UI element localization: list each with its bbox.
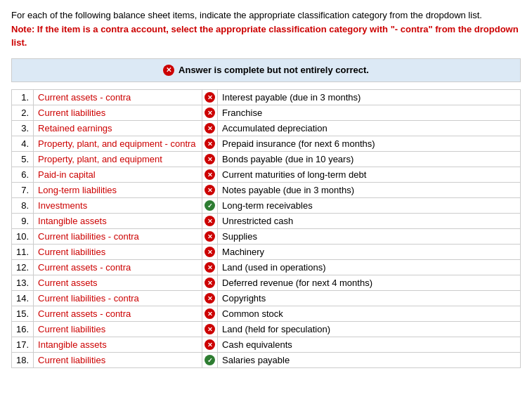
classification-cell: Investments bbox=[34, 197, 202, 213]
x-icon: ✕ bbox=[205, 293, 215, 304]
table-row: 9. Intangible assets ✕ Unrestricted cash bbox=[12, 213, 521, 228]
x-icon: ✕ bbox=[205, 231, 215, 242]
x-icon: ✕ bbox=[205, 324, 215, 334]
row-number: 13. bbox=[12, 275, 34, 290]
item-label: Common stock bbox=[218, 306, 521, 321]
x-icon: ✕ bbox=[205, 154, 215, 164]
table-row: 18. Current liabilities ✓ Salaries payab… bbox=[12, 352, 521, 367]
classification-cell: Current liabilities bbox=[34, 244, 202, 259]
instructions: For each of the following balance sheet … bbox=[11, 8, 521, 50]
classification-cell: Current liabilities - contra bbox=[34, 228, 202, 244]
classification-cell: Current assets bbox=[34, 275, 202, 290]
icon-cell: ✕ bbox=[202, 275, 218, 290]
row-number: 10. bbox=[12, 228, 34, 244]
item-label: Notes payable (due in 3 months) bbox=[218, 182, 521, 197]
icon-cell: ✕ bbox=[202, 290, 218, 306]
item-label: Long-term receivables bbox=[218, 197, 521, 213]
x-icon: ✕ bbox=[205, 262, 215, 273]
row-number: 14. bbox=[12, 290, 34, 306]
classification-cell: Property, plant, and equipment bbox=[34, 151, 202, 167]
classification-cell: Current assets - contra bbox=[34, 89, 202, 105]
classification-cell: Current liabilities bbox=[34, 105, 202, 120]
icon-cell: ✕ bbox=[202, 228, 218, 244]
classification-cell: Intangible assets bbox=[34, 213, 202, 228]
icon-cell: ✕ bbox=[202, 167, 218, 182]
classification-cell: Long-term liabilities bbox=[34, 182, 202, 197]
table-row: 16. Current liabilities ✕ Land (held for… bbox=[12, 321, 521, 337]
row-number: 6. bbox=[12, 167, 34, 182]
classification-cell: Paid-in capital bbox=[34, 167, 202, 182]
table-row: 12. Current assets - contra ✕ Land (used… bbox=[12, 259, 521, 275]
item-label: Accumulated depreciation bbox=[218, 120, 521, 136]
x-icon: ✕ bbox=[205, 185, 215, 195]
item-label: Bonds payable (due in 10 years) bbox=[218, 151, 521, 167]
item-label: Cash equivalents bbox=[218, 337, 521, 352]
icon-cell: ✕ bbox=[202, 259, 218, 275]
table-row: 4. Property, plant, and equipment - cont… bbox=[12, 136, 521, 151]
icon-cell: ✕ bbox=[202, 136, 218, 151]
row-number: 9. bbox=[12, 213, 34, 228]
item-label: Deferred revenue (for next 4 months) bbox=[218, 275, 521, 290]
classification-cell: Current liabilities bbox=[34, 321, 202, 337]
check-icon: ✓ bbox=[205, 200, 215, 211]
table-row: 17. Intangible assets ✕ Cash equivalents bbox=[12, 337, 521, 352]
row-number: 5. bbox=[12, 151, 34, 167]
classification-cell: Current liabilities - contra bbox=[34, 290, 202, 306]
row-number: 11. bbox=[12, 244, 34, 259]
balance-sheet-table: 1. Current assets - contra ✕ Interest pa… bbox=[11, 89, 521, 368]
x-icon: ✕ bbox=[205, 247, 215, 257]
answer-text: Answer is complete but not entirely corr… bbox=[179, 65, 369, 75]
x-icon: ✕ bbox=[205, 169, 215, 180]
table-row: 13. Current assets ✕ Deferred revenue (f… bbox=[12, 275, 521, 290]
item-label: Unrestricted cash bbox=[218, 213, 521, 228]
icon-cell: ✕ bbox=[202, 89, 218, 105]
row-number: 18. bbox=[12, 352, 34, 367]
classification-cell: Property, plant, and equipment - contra bbox=[34, 136, 202, 151]
classification-cell: Retained earnings bbox=[34, 120, 202, 136]
icon-cell: ✕ bbox=[202, 182, 218, 197]
x-icon: ✕ bbox=[205, 92, 215, 103]
classification-cell: Current assets - contra bbox=[34, 306, 202, 321]
table-row: 3. Retained earnings ✕ Accumulated depre… bbox=[12, 120, 521, 136]
icon-cell: ✕ bbox=[202, 321, 218, 337]
table-row: 7. Long-term liabilities ✕ Notes payable… bbox=[12, 182, 521, 197]
x-icon: ✕ bbox=[205, 138, 215, 149]
row-number: 17. bbox=[12, 337, 34, 352]
icon-cell: ✕ bbox=[202, 306, 218, 321]
icon-cell: ✓ bbox=[202, 352, 218, 367]
item-label: Prepaid insurance (for next 6 months) bbox=[218, 136, 521, 151]
item-label: Interest payable (due in 3 months) bbox=[218, 89, 521, 105]
row-number: 12. bbox=[12, 259, 34, 275]
answer-icon: ✕ bbox=[163, 65, 174, 76]
x-icon: ✕ bbox=[205, 123, 215, 133]
table-row: 14. Current liabilities - contra ✕ Copyr… bbox=[12, 290, 521, 306]
item-label: Machinery bbox=[218, 244, 521, 259]
classification-cell: Current liabilities bbox=[34, 352, 202, 367]
icon-cell: ✕ bbox=[202, 120, 218, 136]
x-icon: ✕ bbox=[205, 107, 215, 118]
item-label: Supplies bbox=[218, 228, 521, 244]
x-icon: ✕ bbox=[205, 339, 215, 350]
row-number: 16. bbox=[12, 321, 34, 337]
row-number: 3. bbox=[12, 120, 34, 136]
item-label: Salaries payable bbox=[218, 352, 521, 367]
row-number: 15. bbox=[12, 306, 34, 321]
row-number: 8. bbox=[12, 197, 34, 213]
x-icon: ✕ bbox=[205, 308, 215, 319]
answer-box: ✕ Answer is complete but not entirely co… bbox=[11, 58, 521, 82]
classification-cell: Current assets - contra bbox=[34, 259, 202, 275]
classification-cell: Intangible assets bbox=[34, 337, 202, 352]
instruction-line1: For each of the following balance sheet … bbox=[11, 10, 482, 20]
table-row: 15. Current assets - contra ✕ Common sto… bbox=[12, 306, 521, 321]
icon-cell: ✕ bbox=[202, 105, 218, 120]
icon-cell: ✓ bbox=[202, 197, 218, 213]
icon-cell: ✕ bbox=[202, 244, 218, 259]
icon-cell: ✕ bbox=[202, 151, 218, 167]
row-number: 4. bbox=[12, 136, 34, 151]
table-row: 11. Current liabilities ✕ Machinery bbox=[12, 244, 521, 259]
table-row: 6. Paid-in capital ✕ Current maturities … bbox=[12, 167, 521, 182]
x-icon: ✕ bbox=[205, 278, 215, 288]
x-icon: ✕ bbox=[205, 216, 215, 226]
item-label: Land (used in operations) bbox=[218, 259, 521, 275]
table-row: 8. Investments ✓ Long-term receivables bbox=[12, 197, 521, 213]
